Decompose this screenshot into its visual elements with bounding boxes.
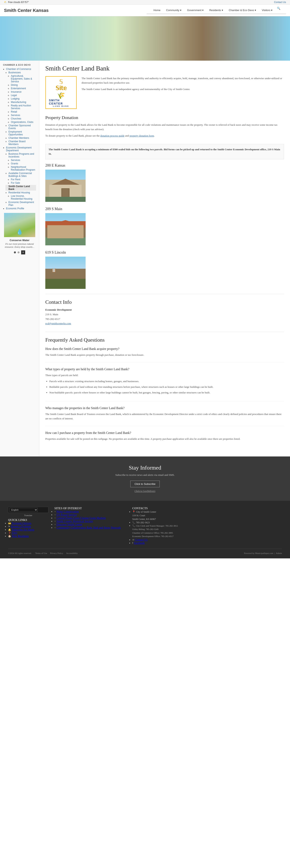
- quick-link-new-residents: 🏠 New Residents: [8, 535, 49, 538]
- donation-process-link[interactable]: donation process guide: [100, 134, 125, 137]
- govdelivery-link[interactable]: Click to GovDelivery: [4, 490, 286, 493]
- footer-sites-interest: SITES OF INTEREST + Water Conservation +…: [54, 507, 126, 545]
- footer-grid: English Translate QUICK LINKS 💳 Payment …: [8, 507, 282, 545]
- property-address-3: 619 S Lincoln: [45, 250, 284, 255]
- faq-question-2: What types of property are held by the S…: [45, 367, 284, 371]
- admin-link[interactable]: Admin: [276, 552, 282, 554]
- search-icon[interactable]: 🔍: [275, 5, 282, 12]
- location-icon: 📍: [132, 510, 135, 513]
- sidebar-item-lodging: Lodging: [11, 97, 36, 100]
- donation-form-link[interactable]: property donation form: [129, 134, 154, 137]
- sidebar-sub-eco-dev: Business Programs and Incentives Service…: [6, 153, 36, 207]
- logo-graphic: 🌾 SMITH CENTER LAND BANK: [49, 92, 73, 106]
- intro-section: 𝕊 𝕊𝕚𝕥𝕖 🌾 SMITH CENTER LAND BANK: [45, 76, 284, 109]
- sidebar-item-eco-plan: Economic Development Plan: [8, 201, 36, 207]
- sidebar-item-services2: Services: [11, 159, 36, 161]
- contact-facebook: f Facebook: [132, 541, 204, 545]
- faq-item-4: How can I purchase a property from the S…: [45, 431, 284, 446]
- site-item-water: + Water Conservation: [54, 510, 126, 513]
- faq-title: Frequently Asked Questions: [45, 337, 284, 343]
- footer-quick-links: English Translate QUICK LINKS 💳 Payment …: [8, 507, 49, 545]
- sidebar-item-land-bank: Smith Center Land Bank: [5, 185, 36, 191]
- logo-smith-text: SMITH CENTER: [49, 99, 73, 105]
- nav-item-residents[interactable]: Residents ▾: [206, 7, 226, 14]
- faq-item-3: Who manages the properties in the Smith …: [45, 406, 284, 426]
- accessibility-link[interactable]: Accessibility: [66, 552, 77, 554]
- site-icon-2: +: [54, 514, 56, 516]
- notice-box: The Smith Center Land Bank is accepting …: [45, 144, 284, 159]
- sidebar-widget-image: 💧: [4, 213, 35, 237]
- terms-link[interactable]: Terms of Use: [35, 552, 47, 554]
- residents-icon: 🏠: [8, 535, 11, 538]
- hero-image: [0, 16, 290, 61]
- sidebar-item-eco-profile: Economic Profile: [6, 207, 36, 210]
- weather-icon: ⛅: [4, 1, 7, 4]
- sidebar: CHAMBER & ECO DEVO Chamber of Commerce B…: [0, 61, 39, 457]
- slideshow-dot-1[interactable]: [14, 251, 16, 253]
- privacy-link[interactable]: Privacy Policy: [50, 552, 63, 554]
- faq-section: Frequently Asked Questions How does the …: [45, 337, 284, 446]
- sidebar-item-low-income: Low Income, Residential Housing: [11, 194, 36, 200]
- subscribe-button[interactable]: Click to Subscribe: [130, 480, 160, 487]
- faq-question-4: How can I purchase a property from the S…: [45, 431, 284, 435]
- sidebar-link-businesses[interactable]: Businesses: [8, 71, 21, 74]
- sidebar-item-ag: Agricultural, Equipment, Sales & Service: [11, 74, 36, 83]
- footer-contacts: CONTACTS 📍 City of Smith Center119 St. C…: [132, 507, 204, 545]
- sidebar-sub-chamber: Businesses Agricultural, Equipment, Sale…: [6, 71, 36, 146]
- sidebar-item-members: Chamber Members: [8, 136, 36, 140]
- top-bar: ⛅ Few clouds 83°/57° Contact Us: [0, 0, 290, 5]
- sidebar-item-buildings: Available Commercial Buildings & Sites F…: [8, 172, 36, 184]
- nav-search-item[interactable]: 🔍: [275, 7, 282, 14]
- nav-item-community[interactable]: Community ▾: [163, 7, 184, 14]
- property-listing-3: 619 S Lincoln 📋: [45, 250, 284, 289]
- site-icon-6: +: [54, 526, 56, 529]
- contact-dept-phones: 📞 City Clerk and Transit Manager: 785-28…: [132, 524, 204, 538]
- contact-us-link[interactable]: Contact Us: [274, 1, 286, 4]
- faq-item-1: How does the Smith Center Land Bank acqu…: [45, 347, 284, 362]
- contact-email-link[interactable]: ecd@smithcenterks.com: [45, 322, 71, 325]
- nav-item-visitors[interactable]: Visitors ▾: [259, 7, 275, 14]
- faq-answer-2-item-2: Buildable parcels: parcels of land witho…: [49, 385, 284, 389]
- quick-link-subscribe: 🔔 Subscribe for Alerts: [8, 528, 49, 531]
- property-address-2: 209 S Main: [45, 207, 284, 211]
- site-header: Smith Center Kansas Home Community ▾ Gov…: [0, 5, 290, 16]
- sidebar-link-chamber[interactable]: Chamber of Commerce: [6, 68, 31, 70]
- sidebar-item-grants: Grants: [11, 162, 36, 165]
- sidebar-nav: Chamber of Commerce Businesses Agricultu…: [3, 68, 36, 210]
- sidebar-item-employment: Employment Opportunities: [8, 130, 36, 136]
- property-image-3: 📋: [45, 257, 86, 289]
- site-item-discover: + Discover Smith Center: [54, 523, 126, 526]
- sites-title: SITES OF INTEREST: [54, 507, 126, 510]
- sidebar-item-realty: Realty and Auction Services: [11, 104, 36, 110]
- sidebar-widget-title: Conserve Water: [3, 239, 36, 242]
- contact-city-address: 📍 City of Smith Center119 St. CourtSmith…: [132, 510, 204, 521]
- quick-links-list: 💳 Payment Options ⚑ Report a Problem 🔔 S…: [8, 522, 49, 538]
- sidebar-item-sponsored-events: Chamber Sponsored Events: [8, 124, 36, 130]
- site-item-usps: + US Postal Service: [54, 513, 126, 517]
- content-area: Smith Center Land Bank 𝕊 𝕊𝕚𝕥𝕖 🌾 SMITH CE…: [39, 61, 290, 457]
- property-donation-section: Property Donation Donation of property t…: [45, 115, 284, 138]
- quick-link-payment: 💳 Payment Options: [8, 522, 49, 525]
- sidebar-link-eco-dev[interactable]: Economic Development Department: [6, 146, 32, 152]
- slideshow-pause-button[interactable]: ⏸: [21, 250, 25, 254]
- sidebar-item-board: Chamber Board Members: [8, 140, 36, 146]
- footer-bottom: ©2024 All rights reserved. Terms of Use …: [8, 549, 282, 554]
- subscribe-icon: 🔔: [8, 528, 11, 531]
- sidebar-widget-text: It's our most precious natural resource.…: [3, 243, 36, 249]
- sidebar-item-for-rent: For Rent: [11, 178, 36, 181]
- sidebar-title: CHAMBER & ECO DEVO: [3, 64, 36, 66]
- faq-answer-2-list: Parcels with a structure: existing struc…: [45, 379, 284, 395]
- faq-answer-2-item-3: Non-buildable parcels: parcels where hou…: [49, 391, 284, 395]
- nav-item-home[interactable]: Home: [151, 7, 163, 14]
- translate-button[interactable]: Translate: [8, 514, 49, 517]
- language-select[interactable]: English: [9, 508, 38, 512]
- nav-item-chamber[interactable]: Chamber & Eco Devo ▾: [226, 7, 259, 14]
- nav-item-government[interactable]: Government ▾: [184, 7, 206, 14]
- faq-answer-2: Three types of parcels are held: Parcels…: [45, 373, 284, 395]
- faq-question-1: How does the Smith Center Land Bank acqu…: [45, 347, 284, 351]
- site-item-historical: + Smith County Historical Society: [54, 520, 126, 523]
- property-image-2: [45, 213, 86, 245]
- slideshow-dot-2[interactable]: [18, 251, 20, 253]
- sidebar-widget: 💧 Conserve Water It's our most precious …: [3, 213, 36, 254]
- sidebar-item-orgs: Organizations, Clubs: [11, 121, 36, 123]
